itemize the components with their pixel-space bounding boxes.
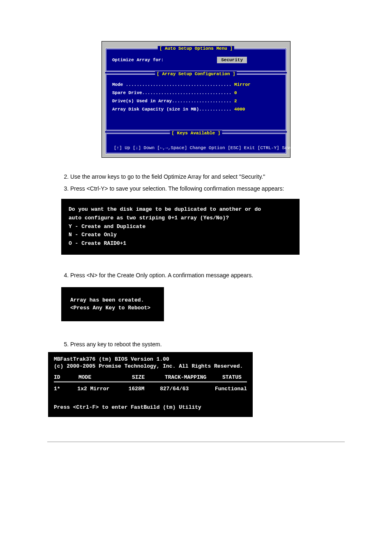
page-footer-rule xyxy=(47,442,345,442)
bios-boot-screen: MBFastTrak376 (tm) BIOS Version 1.00 (c)… xyxy=(48,352,253,417)
cell-mode: 1x2 Mirror xyxy=(77,386,128,392)
bios-version: MBFastTrak376 (tm) BIOS Version 1.00 xyxy=(54,356,247,362)
created-prompt: Array has been created. <Press Any Key t… xyxy=(61,287,164,321)
step-2: Use the arrow keys to go to the field Op… xyxy=(70,173,345,181)
optimize-label: Optimize Array for: xyxy=(112,58,164,62)
duplicate-prompt: Do you want the disk image to be duplica… xyxy=(61,199,300,255)
bios-table-header: ID MODE SIZE TRACK-MAPPING STATUS xyxy=(54,374,247,380)
prompt-line: Y - Create and Duplicate xyxy=(69,223,292,231)
prompt-line: <Press Any Key to Reboot> xyxy=(70,304,155,312)
optimize-value[interactable]: Security xyxy=(217,57,247,63)
col-mode: MODE xyxy=(78,374,132,380)
config-capacity: Array Disk Capacity (size in MB)........… xyxy=(112,107,280,112)
cell-size: 1628M xyxy=(129,386,160,392)
col-id: ID xyxy=(54,374,78,380)
divider xyxy=(54,381,247,382)
bios-setup-screenshot: [ Auto Setup Options Menu ] Optimize Arr… xyxy=(101,41,291,158)
auto-setup-panel: [ Auto Setup Options Menu ] Optimize Arr… xyxy=(105,48,287,72)
prompt-line: N - Create Only xyxy=(69,231,292,240)
step-3: Press <Ctrl-Y> to save your selection. T… xyxy=(70,184,345,193)
prompt-line: auto configure as two striping 0+1 array… xyxy=(69,214,292,223)
col-status: STATUS xyxy=(222,374,247,380)
prompt-line: Array has been created. xyxy=(70,296,155,304)
cell-track: 827/64/63 xyxy=(160,386,215,392)
prompt-line: O - Create RAID0+1 xyxy=(69,240,292,248)
prompt-line: Do you want the disk image to be duplica… xyxy=(69,205,292,214)
bios-footer: Press <Ctrl-F> to enter FastBuild (tm) U… xyxy=(54,404,247,410)
step-5: Press any key to reboot the system. xyxy=(70,340,345,349)
instruction-list: Use the arrow keys to go to the field Op… xyxy=(47,173,345,193)
cell-status: Functional xyxy=(215,386,247,392)
panel-title: [ Keys Available ] xyxy=(170,131,222,136)
col-track: TRACK-MAPPING xyxy=(165,374,222,380)
optimize-row: Optimize Array for: Security xyxy=(112,57,280,63)
col-size: SIZE xyxy=(132,374,165,380)
bios-copyright: (c) 2000-2005 Promise Technology, Inc. A… xyxy=(54,363,247,369)
config-spare: Spare Drive.............................… xyxy=(112,90,280,95)
instruction-list-2: Press <N> for the Create Only option. A … xyxy=(47,271,345,280)
bios-inner: [ Auto Setup Options Menu ] Optimize Arr… xyxy=(105,48,287,154)
step-4: Press <N> for the Create Only option. A … xyxy=(70,271,345,280)
keys-panel: [ Keys Available ] [↑] Up [↓] Down [←,→,… xyxy=(105,133,287,154)
keys-line: [↑] Up [↓] Down [←,→,Space] Change Optio… xyxy=(112,136,280,152)
panel-title: [ Auto Setup Options Menu ] xyxy=(158,46,234,51)
panel-title: [ Array Setup Configuration ] xyxy=(155,71,237,76)
instruction-list-3: Press any key to reboot the system. xyxy=(47,340,345,349)
array-config-panel: [ Array Setup Configuration ] Mode .....… xyxy=(105,74,287,131)
config-drives: Drive(s) Used in Array..................… xyxy=(112,99,280,104)
table-row: 1* 1x2 Mirror 1628M 827/64/63 Functional xyxy=(54,386,247,392)
config-mode: Mode ...................................… xyxy=(112,82,280,87)
cell-id: 1* xyxy=(54,386,77,392)
